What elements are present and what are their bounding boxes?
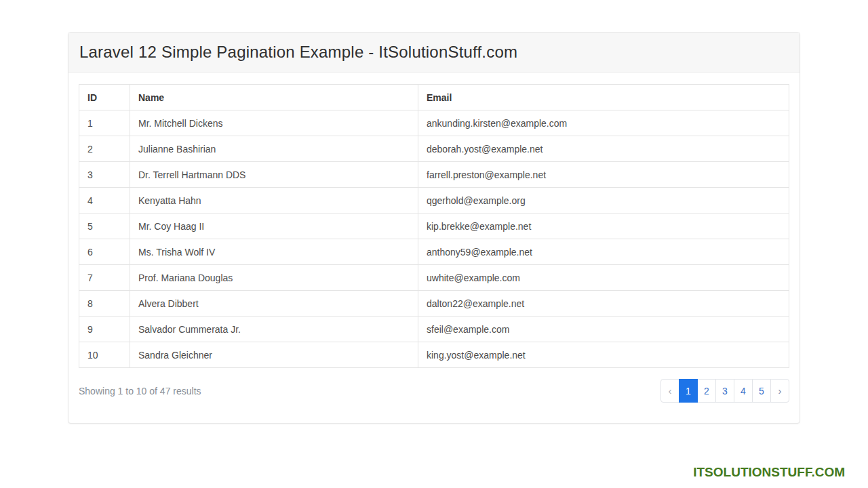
cell-id: 7 xyxy=(79,265,130,291)
pagination-page-1[interactable]: 1 xyxy=(679,379,698,403)
pagination-next-icon[interactable]: › xyxy=(770,379,789,403)
table-row: 4Kenyatta Hahnqgerhold@example.org xyxy=(79,188,789,214)
table-row: 6Ms. Trisha Wolf IVanthony59@example.net xyxy=(79,239,789,265)
cell-name: Ms. Trisha Wolf IV xyxy=(130,239,418,265)
cell-email: deborah.yost@example.net xyxy=(418,136,789,162)
cell-id: 1 xyxy=(79,110,130,136)
cell-id: 6 xyxy=(79,239,130,265)
cell-email: uwhite@example.com xyxy=(418,265,789,291)
cell-name: Prof. Mariana Douglas xyxy=(130,265,418,291)
table-header: ID Name Email xyxy=(79,85,789,110)
column-header-email: Email xyxy=(418,85,789,110)
card-body: ID Name Email 1Mr. Mitchell Dickensankun… xyxy=(68,73,800,423)
table-row: 10Sandra Gleichnerking.yost@example.net xyxy=(79,342,789,368)
users-table: ID Name Email 1Mr. Mitchell Dickensankun… xyxy=(79,84,789,368)
cell-name: Mr. Mitchell Dickens xyxy=(130,110,418,136)
pagination-page-5[interactable]: 5 xyxy=(752,379,771,403)
pagination-prev-icon: ‹ xyxy=(660,379,679,403)
cell-name: Sandra Gleichner xyxy=(130,342,418,368)
table-row: 2Julianne Bashiriandeborah.yost@example.… xyxy=(79,136,789,162)
cell-name: Kenyatta Hahn xyxy=(130,188,418,214)
table-body: 1Mr. Mitchell Dickensankunding.kirsten@e… xyxy=(79,110,789,368)
page-title: Laravel 12 Simple Pagination Example - I… xyxy=(79,43,789,62)
table-row: 1Mr. Mitchell Dickensankunding.kirsten@e… xyxy=(79,110,789,136)
cell-email: anthony59@example.net xyxy=(418,239,789,265)
cell-email: kip.brekke@example.net xyxy=(418,214,789,239)
table-row: 7Prof. Mariana Douglasuwhite@example.com xyxy=(79,265,789,291)
cell-id: 9 xyxy=(79,317,130,342)
table-row: 8Alvera Dibbertdalton22@example.net xyxy=(79,291,789,317)
card-header: Laravel 12 Simple Pagination Example - I… xyxy=(68,33,800,73)
cell-id: 10 xyxy=(79,342,130,368)
cell-name: Dr. Terrell Hartmann DDS xyxy=(130,162,418,188)
pagination: ‹12345› xyxy=(660,379,789,403)
site-watermark: ITSOLUTIONSTUFF.COM xyxy=(693,465,845,480)
cell-id: 5 xyxy=(79,214,130,239)
table-row: 5Mr. Coy Haag IIkip.brekke@example.net xyxy=(79,214,789,239)
cell-email: qgerhold@example.org xyxy=(418,188,789,214)
pagination-page-2[interactable]: 2 xyxy=(697,379,716,403)
cell-email: dalton22@example.net xyxy=(418,291,789,317)
cell-id: 4 xyxy=(79,188,130,214)
results-summary: Showing 1 to 10 of 47 results xyxy=(79,386,201,396)
table-footer: Showing 1 to 10 of 47 results ‹12345› xyxy=(79,379,789,403)
cell-id: 3 xyxy=(79,162,130,188)
cell-email: ankunding.kirsten@example.com xyxy=(418,110,789,136)
cell-id: 8 xyxy=(79,291,130,317)
cell-name: Alvera Dibbert xyxy=(130,291,418,317)
table-row: 3Dr. Terrell Hartmann DDSfarrell.preston… xyxy=(79,162,789,188)
pagination-page-3[interactable]: 3 xyxy=(715,379,734,403)
table-row: 9Salvador Cummerata Jr.sfeil@example.com xyxy=(79,317,789,342)
column-header-id: ID xyxy=(79,85,130,110)
cell-email: sfeil@example.com xyxy=(418,317,789,342)
cell-name: Julianne Bashirian xyxy=(130,136,418,162)
cell-email: king.yost@example.net xyxy=(418,342,789,368)
content-card: Laravel 12 Simple Pagination Example - I… xyxy=(68,32,800,424)
column-header-name: Name xyxy=(130,85,418,110)
pagination-page-4[interactable]: 4 xyxy=(734,379,753,403)
cell-name: Salvador Cummerata Jr. xyxy=(130,317,418,342)
cell-email: farrell.preston@example.net xyxy=(418,162,789,188)
table-header-row: ID Name Email xyxy=(79,85,789,110)
cell-id: 2 xyxy=(79,136,130,162)
cell-name: Mr. Coy Haag II xyxy=(130,214,418,239)
